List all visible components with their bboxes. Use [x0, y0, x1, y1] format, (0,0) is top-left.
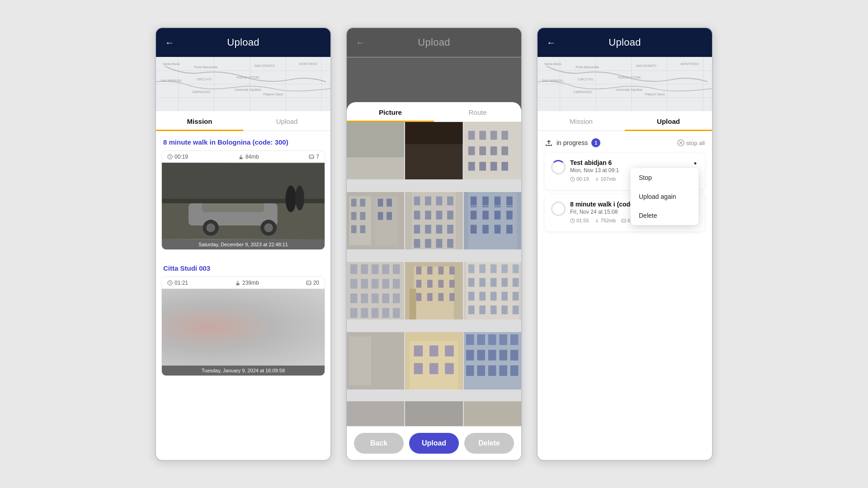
photo-partial-2[interactable]: [405, 401, 462, 426]
svg-rect-45: [468, 146, 475, 155]
tab-bar-1: Mission Upload: [156, 111, 330, 131]
svg-text:CARFAGGIO: CARFAGGIO: [573, 90, 592, 94]
photo-cell-8[interactable]: [405, 262, 462, 319]
svg-text:PORTA VITTOR.: PORTA VITTOR.: [236, 76, 260, 79]
svg-rect-133: [439, 293, 444, 301]
tab-bar-3: Mission Upload: [538, 111, 712, 131]
delete-action-button[interactable]: Delete: [464, 433, 514, 454]
tab-route-2[interactable]: Route: [434, 102, 521, 122]
svg-rect-106: [361, 279, 368, 289]
svg-rect-155: [501, 305, 508, 314]
svg-rect-92: [494, 211, 500, 220]
mission-card-image-2: [162, 289, 325, 366]
size-stat-1: 84mb: [238, 154, 259, 160]
upload-icon-3: [545, 139, 553, 147]
svg-rect-79: [447, 225, 453, 234]
svg-rect-181: [477, 365, 485, 376]
photo-cell-9[interactable]: [464, 262, 521, 319]
svg-rect-179: [510, 350, 519, 361]
svg-rect-126: [449, 267, 455, 275]
svg-rect-47: [490, 146, 497, 155]
page-title-2: Upload: [418, 37, 450, 48]
size-stat-2: 239mb: [235, 280, 259, 286]
photo-cell-6[interactable]: [464, 192, 521, 249]
item2-time-stat: 01:55: [570, 218, 589, 223]
svg-rect-162: [414, 345, 423, 356]
context-menu-delete[interactable]: Delete: [631, 206, 698, 225]
svg-rect-152: [468, 305, 474, 314]
photo-grid: [347, 122, 521, 401]
tab-mission-3[interactable]: Mission: [538, 111, 625, 131]
item2-size-stat: 752mb: [594, 218, 616, 223]
image-icon-1: [309, 154, 314, 160]
svg-rect-122: [410, 289, 416, 320]
svg-rect-187: [464, 402, 521, 426]
upload-action-button[interactable]: Upload: [409, 433, 459, 454]
svg-rect-89: [506, 197, 513, 206]
img-icon-item2: [621, 218, 626, 223]
count-stat-1: 7: [309, 154, 319, 160]
svg-rect-114: [393, 294, 400, 304]
back-button-3[interactable]: ←: [545, 36, 557, 50]
photo-cell-3[interactable]: [464, 122, 521, 179]
photo-cell-4[interactable]: [347, 192, 404, 249]
mission-card-1[interactable]: 00:19 84mb 7: [161, 150, 325, 250]
svg-rect-124: [427, 267, 433, 275]
map-area-3: Santa Maria Porta Mascarella SAN DONATO …: [538, 57, 712, 111]
tab-picture-2[interactable]: Picture: [347, 102, 434, 122]
svg-rect-176: [477, 350, 485, 361]
svg-rect-141: [512, 264, 519, 273]
svg-point-27: [264, 223, 273, 232]
mission-card-meta-2: 01:21 239mb 20: [162, 277, 325, 289]
photo-cell-5[interactable]: [405, 192, 462, 249]
svg-rect-147: [468, 292, 474, 301]
svg-rect-144: [490, 278, 496, 287]
photo-partial-1[interactable]: [347, 401, 404, 426]
svg-rect-78: [436, 225, 443, 234]
stop-all-button[interactable]: stop all: [677, 139, 705, 146]
back-button-1[interactable]: ←: [163, 36, 176, 50]
photo-cell-11[interactable]: [405, 332, 462, 389]
tab-mission-1[interactable]: Mission: [156, 111, 243, 131]
clock-icon-item2: [570, 218, 575, 223]
svg-rect-71: [447, 197, 453, 206]
svg-text:SAN DONATO: SAN DONATO: [255, 64, 275, 67]
svg-rect-93: [506, 211, 513, 220]
back-button-2[interactable]: ←: [354, 36, 367, 50]
context-menu-upload-again[interactable]: Upload again: [631, 187, 698, 206]
photo-partial-3[interactable]: [464, 401, 521, 426]
svg-rect-81: [425, 239, 431, 248]
context-menu-stop[interactable]: Stop: [631, 168, 698, 187]
photo-cell-2[interactable]: [405, 122, 462, 179]
phone-1: ← Upload Santa Maria Porta Mascarella SA…: [155, 27, 331, 461]
svg-rect-68: [414, 197, 420, 206]
svg-rect-65: [387, 212, 392, 220]
svg-rect-156: [512, 305, 519, 314]
svg-rect-121: [414, 267, 454, 320]
svg-rect-125: [439, 267, 444, 275]
context-menu-trigger-1[interactable]: • Stop Upload again Delete: [692, 159, 698, 169]
tab-upload-3[interactable]: Upload: [625, 111, 712, 131]
time-stat-2: 01:21: [167, 280, 188, 286]
back-action-button[interactable]: Back: [354, 433, 404, 454]
upload-spinner-1: [551, 160, 566, 174]
tab-upload-1[interactable]: Upload: [243, 111, 330, 131]
svg-rect-44: [501, 131, 508, 140]
svg-rect-48: [501, 146, 508, 155]
svg-rect-174: [510, 334, 519, 345]
svg-rect-150: [501, 292, 508, 301]
svg-rect-37: [347, 122, 404, 157]
mission-card-2[interactable]: 01:21 239mb 20 Tuesday, January 9, 2024 …: [161, 277, 325, 376]
svg-rect-119: [393, 308, 400, 318]
photo-cell-12[interactable]: [464, 332, 521, 389]
svg-rect-171: [477, 334, 485, 345]
photo-cell-7[interactable]: [347, 262, 404, 319]
photo-cell-1[interactable]: [347, 122, 404, 179]
photo-cell-10[interactable]: [347, 332, 404, 389]
svg-text:Università Cipolline: Università Cipolline: [234, 88, 261, 92]
svg-rect-115: [350, 308, 358, 318]
three-dot-icon-1[interactable]: •: [692, 159, 698, 168]
svg-rect-90: [470, 211, 476, 220]
svg-rect-80: [414, 239, 420, 248]
svg-rect-178: [499, 350, 507, 361]
